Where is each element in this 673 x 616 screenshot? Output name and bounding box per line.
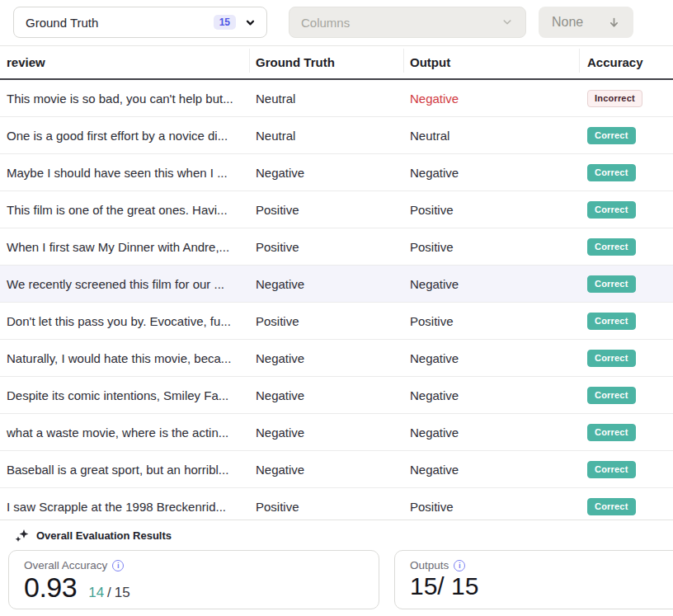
- review-cell: I saw Scrapple at the 1998 Breckenrid...: [0, 500, 250, 514]
- columns-select[interactable]: Columns: [289, 7, 526, 38]
- ground-truth-cell: Negative: [250, 351, 404, 365]
- column-header-output: Output: [404, 46, 580, 78]
- ground-truth-cell: Negative: [250, 388, 404, 402]
- output-cell: Positive: [404, 240, 580, 254]
- output-cell: Negative: [404, 92, 580, 106]
- review-cell: what a waste movie, where is the actin..…: [0, 426, 250, 440]
- outputs-label: Outputs: [410, 559, 449, 571]
- accuracy-cell: Correct: [580, 201, 673, 219]
- accuracy-cell: Correct: [580, 498, 673, 515]
- accuracy-cell: Correct: [580, 313, 673, 330]
- output-cell: Negative: [404, 351, 580, 365]
- table-row[interactable]: Despite its comic intentions, Smiley Fa.…: [0, 377, 673, 414]
- output-cell: Neutral: [404, 129, 580, 143]
- table-row[interactable]: We recently screened this film for our .…: [0, 266, 673, 303]
- review-cell: When I first saw My Dinner with Andre,..…: [0, 240, 250, 254]
- table-row[interactable]: Naturally, I would hate this movie, beca…: [0, 340, 673, 377]
- output-cell: Negative: [404, 277, 580, 291]
- column-header-accuracy: Accuracy: [580, 46, 673, 78]
- output-cell: Negative: [404, 388, 580, 402]
- table-row[interactable]: Don't let this pass you by. Evocative, f…: [0, 303, 673, 340]
- column-header-review: review: [0, 46, 250, 78]
- outputs-label-row: Outputs: [410, 559, 673, 571]
- table-row[interactable]: One is a good first effort by a novice d…: [0, 117, 673, 154]
- table-body: This movie is so bad, you can't help but…: [0, 80, 673, 525]
- accuracy-badge: Correct: [587, 350, 636, 367]
- ground-truth-select[interactable]: Ground Truth 15: [13, 7, 267, 38]
- outputs-card: Outputs 15/ 15: [394, 550, 673, 609]
- ground-truth-cell: Negative: [250, 463, 404, 477]
- accuracy-badge: Correct: [587, 313, 636, 330]
- chevron-down-icon: [244, 16, 256, 29]
- ground-truth-cell: Positive: [250, 203, 404, 217]
- arrow-down-icon: [608, 16, 620, 29]
- accuracy-badge: Correct: [587, 164, 636, 181]
- table-row[interactable]: When I first saw My Dinner with Andre,..…: [0, 228, 673, 266]
- output-cell: Negative: [404, 166, 580, 180]
- output-cell: Positive: [404, 314, 580, 328]
- table-row[interactable]: This movie is so bad, you can't help but…: [0, 80, 673, 117]
- overall-results-header: Overall Evaluation Results: [0, 520, 673, 543]
- sort-direction-button[interactable]: None: [539, 7, 633, 38]
- review-cell: Baseball is a great sport, but an horrib…: [0, 463, 250, 477]
- review-cell: One is a good first effort by a novice d…: [0, 129, 250, 143]
- accuracy-cell: Correct: [580, 387, 673, 404]
- review-cell: We recently screened this film for our .…: [0, 277, 250, 291]
- accuracy-fraction-slash: /: [107, 585, 111, 601]
- sparkle-icon: [15, 529, 29, 543]
- output-cell: Negative: [404, 426, 580, 440]
- table-row[interactable]: Baseball is a great sport, but an horrib…: [0, 451, 673, 488]
- accuracy-badge: Correct: [587, 238, 636, 256]
- toolbar: Ground Truth 15 Columns None: [0, 0, 673, 45]
- accuracy-badge: Correct: [587, 201, 636, 219]
- ground-truth-cell: Positive: [250, 240, 404, 254]
- row-count-badge: 15: [214, 15, 236, 30]
- review-cell: Don't let this pass you by. Evocative, f…: [0, 314, 250, 328]
- accuracy-cell: Correct: [580, 127, 673, 144]
- chevron-down-icon: [501, 16, 514, 29]
- review-cell: This movie is so bad, you can't help but…: [0, 92, 250, 106]
- accuracy-cell: Correct: [580, 275, 673, 293]
- accuracy-cell: Correct: [580, 238, 673, 256]
- accuracy-badge: Correct: [587, 275, 636, 293]
- review-cell: Maybe I should have seen this when I ...: [0, 166, 250, 180]
- review-cell: This film is one of the great ones. Havi…: [0, 203, 250, 217]
- overall-accuracy-label: Overall Accuracy: [24, 559, 107, 571]
- ground-truth-cell: Negative: [250, 426, 404, 440]
- accuracy-cell: Correct: [580, 424, 673, 441]
- accuracy-cell: Correct: [580, 164, 673, 181]
- output-cell: Positive: [404, 500, 580, 514]
- outputs-value-row: 15/ 15: [410, 572, 673, 600]
- table-row[interactable]: Maybe I should have seen this when I ...…: [0, 154, 673, 191]
- ground-truth-cell: Neutral: [250, 92, 404, 106]
- accuracy-cell: Correct: [580, 461, 673, 478]
- accuracy-fraction: 14 / 15: [88, 585, 130, 601]
- info-icon[interactable]: [454, 560, 465, 571]
- ground-truth-cell: Negative: [250, 277, 404, 291]
- accuracy-badge: Incorrect: [587, 90, 642, 107]
- review-cell: Naturally, I would hate this movie, beca…: [0, 351, 250, 365]
- ground-truth-cell: Negative: [250, 166, 404, 180]
- sort-button-label: None: [552, 15, 583, 30]
- accuracy-badge: Correct: [587, 424, 636, 441]
- table-row[interactable]: This film is one of the great ones. Havi…: [0, 191, 673, 228]
- output-cell: Positive: [404, 203, 580, 217]
- accuracy-cell: Incorrect: [580, 90, 673, 107]
- table-row[interactable]: what a waste movie, where is the actin..…: [0, 414, 673, 451]
- overall-accuracy-value: 0.93: [24, 572, 77, 602]
- accuracy-cell: Correct: [580, 350, 673, 367]
- info-icon[interactable]: [112, 560, 124, 571]
- ground-truth-cell: Positive: [250, 314, 404, 328]
- column-header-ground-truth: Ground Truth: [250, 46, 404, 78]
- overall-results-title: Overall Evaluation Results: [36, 529, 172, 542]
- ground-truth-select-label: Ground Truth: [26, 16, 98, 30]
- ground-truth-cell: Neutral: [250, 129, 404, 143]
- accuracy-badge: Correct: [587, 387, 636, 404]
- accuracy-badge: Correct: [587, 498, 636, 515]
- ground-truth-select-right: 15: [214, 15, 256, 30]
- accuracy-fraction-denominator: 15: [115, 585, 130, 601]
- overall-accuracy-card: Overall Accuracy 0.93 14 / 15: [8, 550, 379, 609]
- overall-results-panel: Overall Evaluation Results Overall Accur…: [0, 520, 673, 616]
- outputs-value: 15/ 15: [410, 572, 478, 600]
- output-cell: Negative: [404, 463, 580, 477]
